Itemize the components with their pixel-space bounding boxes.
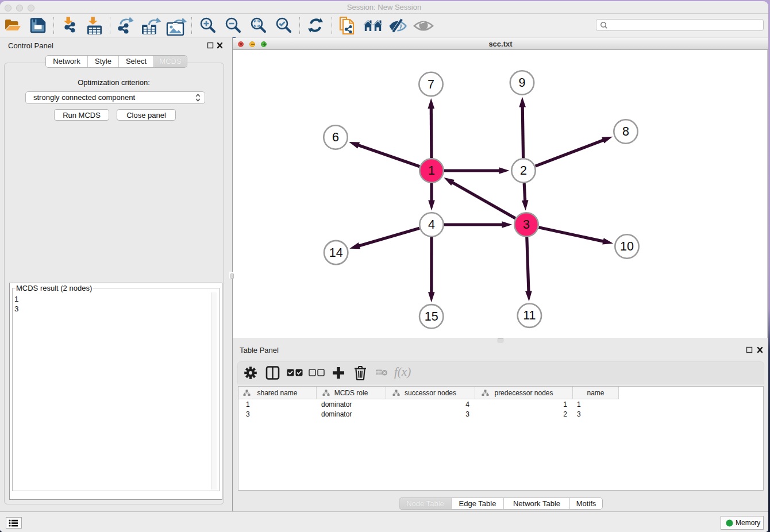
svg-text:11: 11 <box>523 309 536 322</box>
svg-text:8: 8 <box>622 125 629 138</box>
svg-text:10: 10 <box>620 240 634 253</box>
svg-text:4: 4 <box>428 218 435 232</box>
svg-text:1: 1 <box>428 164 435 178</box>
svg-text:15: 15 <box>425 310 438 323</box>
svg-text:9: 9 <box>519 76 526 90</box>
svg-text:3: 3 <box>523 218 530 232</box>
svg-text:7: 7 <box>428 78 434 91</box>
svg-text:2: 2 <box>520 164 527 178</box>
svg-text:14: 14 <box>329 246 343 260</box>
svg-text:6: 6 <box>332 130 339 144</box>
